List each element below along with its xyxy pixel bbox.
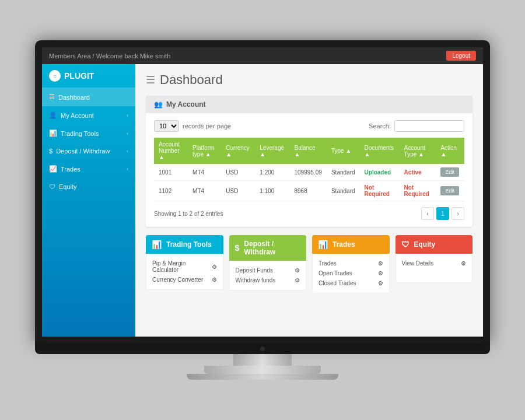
settings-icon: ⚙ (212, 264, 217, 270)
quick-card-link[interactable]: Closed Trades ⚙ (318, 278, 383, 288)
col-documents: Documents ▲ (360, 138, 400, 164)
quick-card-link-label: Open Trades (318, 270, 352, 276)
page-1-button[interactable]: 1 (436, 207, 449, 220)
next-page-button[interactable]: › (452, 207, 464, 220)
cell-account-type: Active (400, 164, 436, 181)
quick-card-link[interactable]: Open Trades ⚙ (318, 268, 383, 278)
quick-card-link-label: Pip & Margin Calculator (152, 260, 212, 273)
settings-icon: ⚙ (378, 280, 383, 286)
my-account-card-body: 10 25 50 records per page Search: (146, 113, 473, 227)
cell-leverage: 1:100 (255, 181, 289, 201)
pagination: ‹ 1 › (421, 207, 464, 220)
quick-card-header: 📊 Trades (312, 235, 390, 254)
cell-currency: USD (221, 181, 255, 201)
settings-icon: ⚙ (295, 277, 300, 284)
monitor-dot (260, 346, 265, 351)
quick-card-title: Deposit / Withdraw (244, 240, 300, 256)
records-select[interactable]: 10 25 50 (154, 120, 179, 132)
search-input[interactable] (394, 120, 464, 132)
cell-leverage: 1:200 (255, 164, 289, 181)
table-row: 1001 MT4 USD 1:200 109995.09 Standard Up… (154, 164, 464, 181)
edit-button[interactable]: Edit (440, 186, 459, 195)
quick-card-link-label: Closed Trades (318, 280, 356, 286)
table-row: 1102 MT4 USD 1:100 8968 Standard Not Req… (154, 181, 464, 201)
trades-icon: 📈 (49, 165, 57, 173)
cell-type: Standard (327, 164, 360, 181)
quick-card-icon: 🛡 (401, 240, 410, 249)
sidebar-item-label: My Account (61, 112, 94, 119)
quick-card-title: Trading Tools (166, 240, 212, 249)
settings-icon: ⚙ (295, 267, 300, 274)
col-balance: Balance ▲ (290, 138, 327, 164)
edit-button[interactable]: Edit (440, 167, 459, 177)
search-area: Search: (369, 120, 464, 132)
app-layout: ○ PLUGIT ☰ Dashboard 👤 My Account (42, 64, 483, 337)
table-controls: 10 25 50 records per page Search: (154, 120, 464, 132)
chevron-icon: ‹ (127, 131, 128, 136)
cell-account-type: Not Required (400, 181, 436, 201)
quick-card-link[interactable]: Currency Converter ⚙ (152, 275, 217, 285)
quick-card-link-label: Deposit Funds (236, 267, 273, 274)
trading-tools-icon: 📊 (49, 130, 57, 137)
my-account-card: 👥 My Account 10 25 50 (146, 96, 473, 227)
quick-card-link-label: View Details (402, 260, 434, 267)
cell-action: Edit (436, 164, 464, 181)
col-platform-type: Platform type ▲ (188, 138, 221, 164)
quick-card-link[interactable]: Withdraw funds ⚙ (236, 275, 300, 285)
quick-card-title: Trades (332, 240, 355, 249)
accounts-table: Account Number ▲ Platform type ▲ Currenc… (154, 138, 464, 201)
records-per-page: 10 25 50 records per page (154, 120, 231, 132)
sidebar-item-dashboard[interactable]: ☰ Dashboard (42, 88, 135, 106)
quick-card-body: Deposit Funds ⚙ Withdraw funds ⚙ (229, 261, 307, 290)
quick-card-link[interactable]: View Details ⚙ (402, 258, 467, 268)
cell-documents: Uploaded (360, 164, 400, 181)
quick-card-title: Equity (414, 240, 436, 249)
sidebar-item-label: Dashboard (58, 94, 90, 101)
cell-currency: USD (221, 164, 255, 181)
sidebar-item-label: Deposit / Withdraw (56, 148, 110, 155)
quick-card-header: 🛡 Equity (396, 235, 473, 254)
menu-icon: ☰ (146, 74, 155, 86)
quick-card-body: Trades ⚙ Open Trades ⚙ Closed Trades ⚙ (312, 254, 390, 293)
table-header-row: Account Number ▲ Platform type ▲ Currenc… (154, 138, 464, 164)
quick-card-link[interactable]: Trades ⚙ (318, 258, 383, 268)
quick-card-deposit-withdraw: $ Deposit / Withdraw Deposit Funds ⚙ Wit… (229, 235, 307, 293)
col-account-number: Account Number ▲ (154, 138, 188, 164)
deposit-icon: $ (49, 148, 52, 155)
quick-card-link[interactable]: Pip & Margin Calculator ⚙ (152, 258, 217, 275)
quick-card-link[interactable]: Deposit Funds ⚙ (236, 265, 300, 275)
sidebar: ○ PLUGIT ☰ Dashboard 👤 My Account (42, 64, 135, 337)
settings-icon: ⚙ (461, 260, 466, 267)
col-leverage: Leverage ▲ (255, 138, 289, 164)
sidebar-item-label: Trading Tools (61, 130, 99, 137)
search-label: Search: (369, 123, 391, 130)
quick-card-header: $ Deposit / Withdraw (229, 235, 307, 261)
quick-card-header: 📊 Trading Tools (146, 235, 223, 254)
cell-type: Standard (327, 181, 360, 201)
logo-icon: ○ (49, 70, 61, 82)
cell-balance: 8968 (290, 181, 327, 201)
prev-page-button[interactable]: ‹ (421, 207, 434, 220)
sidebar-item-trading-tools[interactable]: 📊 Trading Tools ‹ (42, 124, 135, 142)
sidebar-item-equity[interactable]: 🛡 Equity (42, 178, 135, 195)
chevron-icon: ‹ (127, 148, 128, 154)
logout-button[interactable]: Logout (446, 51, 476, 61)
screen-inner: Members Area / Welcome back Mike smith L… (42, 47, 483, 337)
sidebar-item-my-account[interactable]: 👤 My Account ‹ (42, 106, 135, 124)
logo-text: PLUGIT (64, 71, 94, 80)
monitor-screen: Members Area / Welcome back Mike smith L… (35, 40, 490, 344)
settings-icon: ⚙ (378, 260, 383, 267)
sidebar-item-deposit-withdraw[interactable]: $ Deposit / Withdraw ‹ (42, 142, 135, 160)
cell-account-number: 1001 (154, 164, 188, 181)
sidebar-item-label: Equity (59, 183, 77, 190)
table-footer: Showing 1 to 2 of 2 entries ‹ 1 › (154, 207, 464, 220)
sidebar-item-trades[interactable]: 📈 Trades ‹ (42, 160, 135, 178)
quick-card-trades: 📊 Trades Trades ⚙ Open Trades ⚙ Closed T… (312, 235, 390, 293)
col-action: Action ▲ (436, 138, 464, 164)
cell-platform-type: MT4 (188, 181, 221, 201)
quick-cards: 📊 Trading Tools Pip & Margin Calculator … (146, 235, 473, 293)
users-icon: 👥 (154, 100, 163, 108)
monitor-stand-neck (233, 354, 292, 366)
cell-balance: 109995.09 (290, 164, 327, 181)
quick-card-link-label: Withdraw funds (236, 277, 276, 284)
